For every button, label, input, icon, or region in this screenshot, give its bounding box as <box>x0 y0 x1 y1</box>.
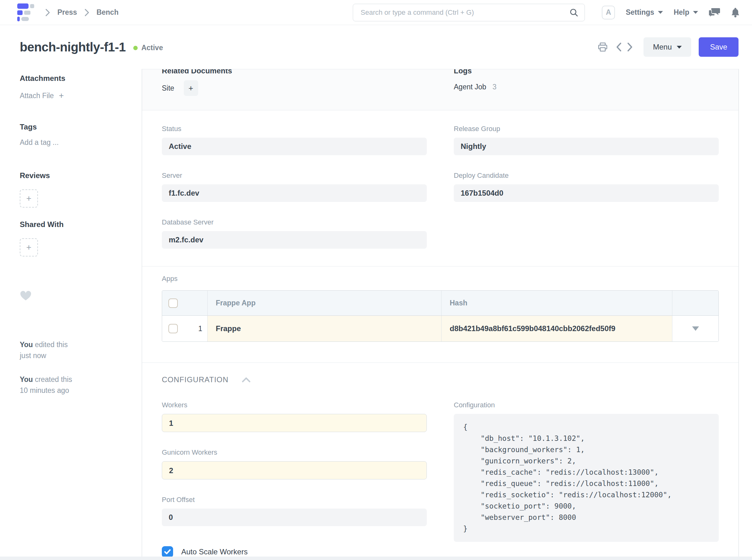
logs-block: Logs Agent Job 3 <box>454 69 719 110</box>
tags-title: Tags <box>20 123 129 132</box>
menu-button-label: Menu <box>653 43 672 52</box>
chat-icon[interactable] <box>709 7 720 18</box>
port-offset-field: Port Offset 0 <box>162 496 427 526</box>
apps-label: Apps <box>162 275 719 283</box>
auto-scale-workers-field[interactable]: Auto Scale Workers <box>162 546 427 558</box>
related-documents-title: Related Documents <box>162 69 427 75</box>
add-tag-input[interactable]: Add a tag ... <box>20 138 129 147</box>
status-indicator-dot <box>133 46 138 50</box>
breadcrumb-press[interactable]: Press <box>57 8 77 17</box>
menu-button[interactable]: Menu <box>644 37 691 57</box>
apps-header-actions <box>672 291 718 316</box>
auto-scale-label: Auto Scale Workers <box>181 547 248 556</box>
form-main: Related Documents Site + Logs Agent Job … <box>142 69 739 557</box>
prev-document-chevron-icon[interactable] <box>616 42 621 52</box>
plus-icon: + <box>59 91 64 101</box>
attach-file-button[interactable]: Attach File + <box>20 91 129 101</box>
agent-job-count: 3 <box>493 83 497 91</box>
database-server-input[interactable]: m2.fc.dev <box>162 231 427 249</box>
status-field: Status Active <box>162 125 427 155</box>
configuration-section-header[interactable]: CONFIGURATION <box>162 375 719 384</box>
print-icon[interactable] <box>598 42 608 52</box>
table-cell-hash[interactable]: d8b421b49a8bf61c599b048140cbb2062fed50f9 <box>441 316 672 341</box>
breadcrumb-chevron-icon <box>84 8 90 17</box>
related-documents-block: Related Documents Site + <box>162 69 427 110</box>
activity-action: created this <box>35 375 72 383</box>
form-sidebar: Attachments Attach File + Tags Add a tag… <box>0 69 142 557</box>
global-search <box>353 4 585 21</box>
status-indicator-label: Active <box>141 44 163 52</box>
table-cell-expand <box>672 316 718 341</box>
settings-menu[interactable]: Settings <box>626 8 663 17</box>
apps-table: Frappe App Hash 1 Frappe d8b421b49a8bf61… <box>162 291 719 342</box>
server-label: Server <box>162 172 427 180</box>
breadcrumb-bench[interactable]: Bench <box>97 8 119 17</box>
workers-label: Workers <box>162 401 427 409</box>
help-menu[interactable]: Help <box>674 8 698 17</box>
table-cell-app[interactable]: Frappe <box>207 316 441 341</box>
configuration-section-title: CONFIGURATION <box>162 375 229 384</box>
status-input[interactable]: Active <box>162 138 427 155</box>
caret-down-icon <box>693 11 698 14</box>
gunicorn-workers-field: Gunicorn Workers 2 <box>162 448 427 479</box>
apps-header-hash: Hash <box>441 291 672 316</box>
workers-field: Workers 1 <box>162 401 427 432</box>
app-logo-icon[interactable] <box>17 3 34 21</box>
add-share-button[interactable]: + <box>20 238 38 257</box>
content-layout: Attachments Attach File + Tags Add a tag… <box>0 69 752 557</box>
page-actions: Menu Save <box>590 37 738 57</box>
server-field: Server f1.fc.dev <box>162 172 427 202</box>
navbar: Press Bench A Settings Help <box>0 0 752 25</box>
page-title: bench-nightly-f1-1 <box>20 40 126 54</box>
new-site-button[interactable]: + <box>184 80 198 96</box>
notifications-bell-icon[interactable] <box>731 7 740 18</box>
row-index[interactable]: 1 <box>198 324 202 333</box>
search-icon[interactable] <box>570 8 578 17</box>
activity-action: edited this <box>35 341 68 349</box>
help-label: Help <box>674 8 689 17</box>
page-head: bench-nightly-f1-1 Active Menu Save <box>0 25 752 69</box>
configuration-json-code[interactable]: { "db_host": "10.1.3.102", "background_w… <box>454 414 719 542</box>
row-checkbox[interactable] <box>169 324 178 333</box>
activity-time: 10 minutes ago <box>20 386 69 395</box>
gunicorn-workers-input[interactable]: 2 <box>162 461 427 479</box>
search-input[interactable] <box>353 8 570 17</box>
attachments-title: Attachments <box>20 74 129 83</box>
server-input[interactable]: f1.fc.dev <box>162 184 427 202</box>
page-bottom-strip <box>0 557 752 560</box>
gunicorn-workers-label: Gunicorn Workers <box>162 448 427 457</box>
next-document-chevron-icon[interactable] <box>627 42 633 52</box>
select-all-checkbox[interactable] <box>169 299 178 308</box>
save-button[interactable]: Save <box>699 37 738 57</box>
auto-scale-checkbox[interactable] <box>162 546 173 558</box>
activity-time: just now <box>20 352 46 360</box>
port-offset-input[interactable]: 0 <box>162 508 427 526</box>
row-expand-triangle-icon[interactable] <box>692 326 699 331</box>
release-group-input[interactable]: Nightly <box>454 138 719 155</box>
table-row-select: 1 <box>162 316 207 341</box>
logs-title: Logs <box>454 69 719 75</box>
agent-job-link[interactable]: Agent Job <box>454 83 487 91</box>
activity-edited: You edited this just now <box>20 339 129 361</box>
status-label: Status <box>162 125 427 133</box>
plus-icon: + <box>26 194 31 203</box>
deploy-candidate-label: Deploy Candidate <box>454 172 719 180</box>
configuration-json-label: Configuration <box>454 401 719 409</box>
navbar-right: A Settings Help <box>602 6 740 19</box>
workers-input[interactable]: 1 <box>162 414 427 432</box>
add-review-button[interactable]: + <box>20 189 38 207</box>
apps-section: Apps Frappe App Hash 1 Frappe <box>142 266 738 363</box>
activity-user: You <box>20 375 33 383</box>
collapse-chevron-up-icon <box>242 377 251 382</box>
caret-down-icon <box>677 46 682 48</box>
like-button[interactable] <box>20 291 129 302</box>
site-link[interactable]: Site <box>162 84 174 93</box>
deploy-candidate-input[interactable]: 167b1504d0 <box>454 184 719 202</box>
plus-icon: + <box>189 83 193 93</box>
breadcrumb-chevron-icon <box>45 8 51 17</box>
avatar[interactable]: A <box>602 6 615 19</box>
release-group-field: Release Group Nightly <box>454 125 719 155</box>
release-group-label: Release Group <box>454 125 719 133</box>
deploy-candidate-field: Deploy Candidate 167b1504d0 <box>454 172 719 202</box>
database-server-field: Database Server m2.fc.dev <box>162 218 427 249</box>
